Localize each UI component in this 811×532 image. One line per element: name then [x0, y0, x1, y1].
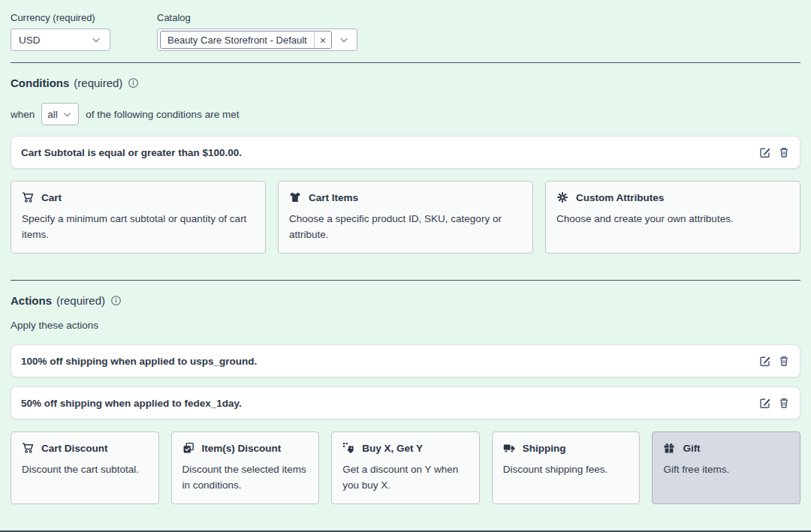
card-title: Gift	[683, 443, 700, 454]
gift-icon	[663, 442, 675, 454]
trash-icon[interactable]	[778, 146, 790, 158]
card-title: Cart	[41, 192, 62, 203]
action-card-buy-x-get-y[interactable]: Buy X, Get Y Get a discount on Y when yo…	[331, 431, 480, 504]
match-type-select[interactable]: all	[41, 103, 79, 125]
catalog-label: Catalog	[157, 12, 357, 23]
action-row-text: 50% off shipping when applied to fedex_1…	[21, 398, 242, 409]
trash-icon[interactable]	[778, 397, 790, 409]
chevron-down-icon	[62, 109, 73, 120]
card-title: Item(s) Discount	[202, 443, 282, 454]
chevron-down-icon	[90, 34, 102, 46]
card-description: Choose a specific product ID, SKU, categ…	[289, 212, 522, 243]
actions-subtitle: Apply these actions	[11, 320, 800, 331]
card-description: Discount the cart subtotal.	[22, 462, 148, 478]
currency-value: USD	[19, 35, 41, 46]
action-row-text: 100% off shipping when applied to usps_g…	[21, 356, 257, 367]
card-title: Cart Items	[309, 192, 358, 203]
card-description: Specify a minimum cart subtotal or quant…	[22, 212, 255, 243]
tag-sparkle-icon	[342, 442, 354, 454]
edit-icon[interactable]	[759, 397, 771, 409]
condition-card-custom-attributes[interactable]: Custom Attributes Choose and create your…	[545, 181, 800, 254]
actions-title: Actions	[11, 294, 52, 307]
when-suffix-label: of the following conditions are met	[86, 109, 239, 120]
condition-card-cart[interactable]: Cart Specify a minimum cart subtotal or …	[11, 181, 266, 254]
promotion-form: Currency (required) USD Catalog Beauty C…	[0, 0, 811, 504]
section-divider	[11, 280, 800, 281]
close-icon[interactable]: ×	[315, 32, 331, 48]
match-type-value: all	[47, 109, 58, 120]
actions-section-title: Actions (required)	[11, 294, 800, 307]
card-description: Choose and create your own attributes.	[556, 212, 789, 227]
gear-icon	[556, 191, 568, 203]
info-icon[interactable]	[110, 295, 122, 306]
edit-icon[interactable]	[759, 355, 771, 367]
cart-icon	[22, 442, 34, 454]
chevron-down-icon[interactable]	[332, 34, 354, 46]
catalog-multiselect[interactable]: Beauty Care Storefront - Default ×	[157, 29, 357, 51]
truck-icon	[503, 442, 515, 454]
trash-icon[interactable]	[778, 355, 790, 367]
condition-card-cart-items[interactable]: Cart Items Choose a specific product ID,…	[278, 181, 533, 254]
action-card-items-discount[interactable]: Item(s) Discount Discount the selected i…	[171, 431, 320, 504]
condition-type-cards: Cart Specify a minimum cart subtotal or …	[11, 181, 800, 254]
copy-check-icon	[182, 442, 194, 454]
action-row-actions	[759, 397, 790, 409]
action-card-shipping[interactable]: Shipping Discount shipping fees.	[492, 431, 641, 504]
card-description: Gift free items.	[663, 462, 789, 478]
top-fields-row: Currency (required) USD Catalog Beauty C…	[11, 12, 800, 51]
condition-row-text: Cart Subtotal is equal or greater than $…	[21, 147, 242, 158]
currency-select[interactable]: USD	[11, 29, 110, 51]
action-card-cart-discount[interactable]: Cart Discount Discount the cart subtotal…	[11, 431, 159, 504]
currency-label: Currency (required)	[11, 12, 110, 23]
condition-row-actions	[759, 146, 790, 158]
action-row: 100% off shipping when applied to usps_g…	[11, 344, 800, 377]
card-title: Shipping	[523, 443, 566, 454]
currency-field-group: Currency (required) USD	[11, 12, 110, 51]
card-description: Get a discount on Y when you buy X.	[342, 462, 469, 494]
catalog-field-group: Catalog Beauty Care Storefront - Default…	[157, 12, 357, 51]
cart-icon	[22, 191, 34, 203]
catalog-tag: Beauty Care Storefront - Default ×	[160, 31, 332, 49]
catalog-tag-label: Beauty Care Storefront - Default	[161, 32, 314, 48]
when-prefix-label: when	[11, 109, 35, 120]
card-description: Discount the selected items in condition…	[182, 462, 309, 494]
action-row-actions	[759, 355, 790, 367]
section-divider	[11, 62, 800, 63]
card-title: Cart Discount	[41, 443, 108, 454]
conditions-required-label: (required)	[74, 77, 122, 89]
action-row: 50% off shipping when applied to fedex_1…	[11, 386, 800, 419]
action-card-gift[interactable]: Gift Gift free items.	[652, 431, 800, 504]
card-description: Discount shipping fees.	[503, 462, 629, 478]
conditions-title: Conditions	[11, 77, 69, 89]
action-type-cards: Cart Discount Discount the cart subtotal…	[11, 431, 800, 504]
tshirt-icon	[289, 191, 301, 203]
info-icon[interactable]	[128, 77, 139, 89]
conditions-section-title: Conditions (required)	[11, 77, 800, 89]
actions-required-label: (required)	[56, 294, 105, 307]
conditions-match-row: when all of the following conditions are…	[11, 103, 800, 125]
condition-row: Cart Subtotal is equal or greater than $…	[11, 136, 800, 169]
card-title: Buy X, Get Y	[362, 443, 423, 454]
edit-icon[interactable]	[759, 146, 771, 158]
card-title: Custom Attributes	[576, 192, 664, 203]
